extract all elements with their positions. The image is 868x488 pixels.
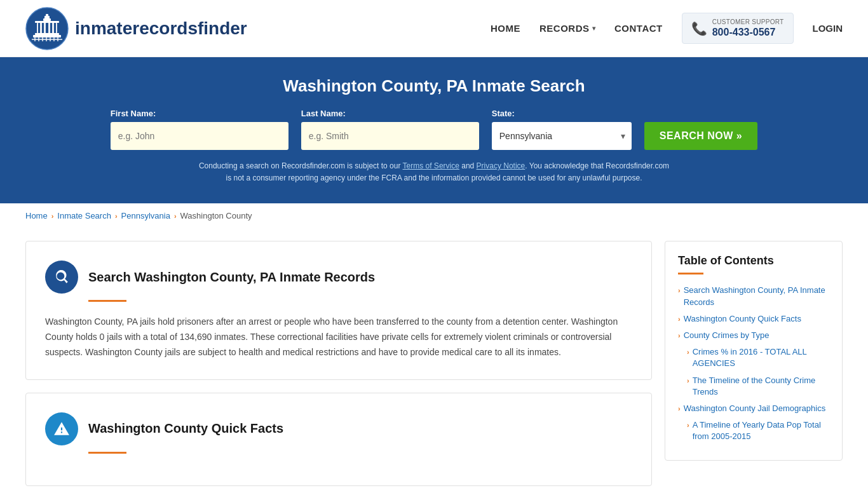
search-form: First Name: Last Name: State: Pennsylvan…	[25, 109, 843, 150]
section1-divider	[88, 300, 126, 302]
breadcrumb-inmate-search[interactable]: Inmate Search	[57, 211, 111, 220]
state-label: State:	[492, 109, 515, 118]
last-name-group: Last Name:	[301, 109, 479, 150]
toc-chevron-icon: ›	[678, 331, 681, 341]
toc-link-7[interactable]: › A Timeline of Yearly Data Pop Total fr…	[687, 419, 829, 442]
toc-item-4: › Crimes % in 2016 - TOTAL ALL AGENCIES	[678, 346, 829, 369]
toc-link-1[interactable]: › Search Washington County, PA Inmate Re…	[678, 285, 829, 308]
toc-chevron-icon: ›	[687, 376, 689, 386]
tos-link[interactable]: Terms of Service	[403, 161, 459, 170]
toc-link-2[interactable]: › Washington County Quick Facts	[678, 313, 829, 325]
toc-item-3: › County Crimes by Type	[678, 330, 829, 341]
section-inmate-records: Search Washington County, PA Inmate Reco…	[25, 241, 652, 379]
svg-rect-16	[42, 37, 43, 41]
breadcrumb-home[interactable]: Home	[25, 211, 48, 220]
svg-rect-6	[38, 23, 40, 33]
section1-title: Search Washington County, PA Inmate Reco…	[88, 270, 375, 285]
warning-icon-circle	[45, 412, 78, 445]
svg-rect-14	[34, 37, 36, 41]
breadcrumb-washington-county: Washington County	[180, 211, 252, 220]
svg-rect-4	[35, 21, 59, 23]
section-quick-facts: Washington County Quick Facts	[25, 393, 652, 486]
first-name-input[interactable]	[111, 122, 288, 150]
state-select[interactable]: Pennsylvania	[492, 122, 632, 150]
breadcrumb-sep-2: ›	[115, 212, 118, 220]
toc-item-7: › A Timeline of Yearly Data Pop Total fr…	[678, 419, 829, 442]
logo-icon	[25, 7, 69, 50]
svg-rect-11	[35, 33, 59, 35]
state-select-wrapper: Pennsylvania ▾	[492, 122, 632, 150]
hero-banner: Washington County, PA Inmate Search Firs…	[0, 57, 868, 203]
svg-rect-15	[38, 37, 39, 41]
toc-card: Table of Contents › Search Washington Co…	[665, 241, 843, 461]
svg-rect-20	[57, 37, 58, 41]
hero-disclaimer: Conducting a search on Recordsfinder.com…	[196, 160, 672, 184]
last-name-label: Last Name:	[301, 109, 346, 118]
search-icon-circle	[45, 261, 78, 294]
toc-chevron-icon: ›	[687, 421, 689, 430]
nav-login[interactable]: LOGIN	[813, 23, 843, 34]
svg-rect-7	[42, 23, 44, 33]
logo-text: inmaterecordsfinder	[75, 18, 247, 39]
support-label: CUSTOMER SUPPORT	[712, 18, 784, 26]
nav-records[interactable]: RECORDS ▾	[539, 23, 595, 34]
svg-rect-9	[50, 23, 52, 33]
toc-chevron-icon: ›	[678, 315, 681, 324]
toc-item-6: › Washington County Jail Demographics	[678, 403, 829, 414]
header: inmaterecordsfinder HOME RECORDS ▾ CONTA…	[0, 0, 868, 57]
toc-item-2: › Washington County Quick Facts	[678, 313, 829, 325]
svg-rect-17	[46, 37, 47, 41]
svg-rect-10	[54, 23, 56, 33]
privacy-link[interactable]: Privacy Notice	[477, 161, 526, 170]
nav-home[interactable]: HOME	[491, 23, 520, 34]
chevron-down-icon: ▾	[592, 25, 596, 32]
toc-list: › Search Washington County, PA Inmate Re…	[678, 285, 829, 442]
svg-rect-3	[46, 14, 48, 17]
toc-divider	[678, 273, 703, 274]
toc-link-5[interactable]: › The Timeline of the County Crime Trend…	[687, 375, 829, 398]
toc-link-6[interactable]: › Washington County Jail Demographics	[678, 403, 829, 414]
toc-item-5: › The Timeline of the County Crime Trend…	[678, 375, 829, 398]
nav-contact[interactable]: CONTACT	[614, 23, 663, 34]
section1-body: Washington County, PA jails hold prisone…	[45, 315, 632, 360]
breadcrumb-pennsylvania[interactable]: Pennsylvania	[121, 211, 170, 220]
section2-divider	[88, 452, 126, 454]
toc-link-3[interactable]: › County Crimes by Type	[678, 330, 829, 341]
nav: HOME RECORDS ▾ CONTACT 📞 CUSTOMER SUPPOR…	[491, 13, 843, 44]
state-group: State: Pennsylvania ▾	[492, 109, 632, 150]
warning-icon	[53, 421, 70, 437]
logo[interactable]: inmaterecordsfinder	[25, 7, 247, 50]
phone-icon: 📞	[691, 21, 707, 36]
support-box[interactable]: 📞 CUSTOMER SUPPORT 800-433-0567	[682, 13, 794, 44]
toc-chevron-icon: ›	[678, 404, 681, 414]
breadcrumb-sep-1: ›	[51, 212, 54, 220]
toc-title: Table of Contents	[678, 254, 829, 268]
search-button[interactable]: SEARCH NOW »	[644, 122, 757, 150]
first-name-label: First Name:	[111, 109, 156, 118]
toc-chevron-icon: ›	[678, 286, 681, 295]
last-name-input[interactable]	[301, 122, 479, 150]
svg-rect-8	[46, 23, 48, 33]
section2-title: Washington County Quick Facts	[88, 421, 283, 436]
support-phone: 800-433-0567	[712, 26, 784, 38]
breadcrumb: Home › Inmate Search › Pennsylvania › Wa…	[0, 203, 868, 228]
right-column: Table of Contents › Search Washington Co…	[665, 241, 843, 488]
left-column: Search Washington County, PA Inmate Reco…	[25, 241, 652, 488]
hero-title: Washington County, PA Inmate Search	[25, 76, 843, 96]
toc-chevron-icon: ›	[687, 348, 689, 357]
svg-rect-19	[53, 37, 55, 41]
section2-header: Washington County Quick Facts	[45, 412, 632, 445]
toc-item-1: › Search Washington County, PA Inmate Re…	[678, 285, 829, 308]
first-name-group: First Name:	[111, 109, 288, 150]
svg-rect-12	[33, 35, 61, 37]
svg-rect-18	[50, 37, 51, 41]
breadcrumb-sep-3: ›	[174, 212, 177, 220]
toc-link-4[interactable]: › Crimes % in 2016 - TOTAL ALL AGENCIES	[687, 346, 829, 369]
search-icon	[53, 269, 70, 285]
section1-header: Search Washington County, PA Inmate Reco…	[45, 261, 632, 294]
main-content: Search Washington County, PA Inmate Reco…	[0, 228, 868, 488]
